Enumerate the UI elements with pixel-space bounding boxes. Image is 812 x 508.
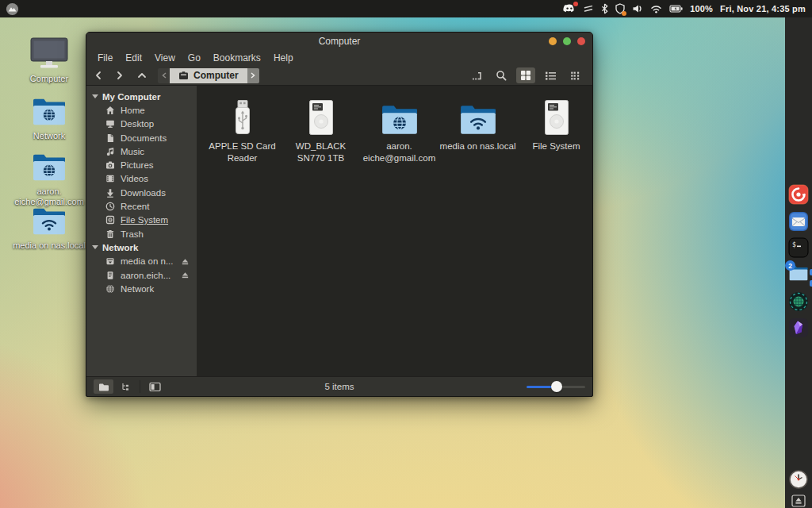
terminal-app-icon[interactable]: $ — [788, 237, 809, 258]
dock: $ 2 — [785, 17, 812, 508]
applications-menu-button[interactable] — [6, 2, 19, 16]
layers-tray-icon[interactable] — [583, 4, 594, 13]
download-arrow-icon — [105, 188, 115, 198]
hard-drive-icon — [542, 98, 571, 137]
sidebar-item-documents[interactable]: Documents — [86, 131, 197, 144]
shield-tray-icon[interactable] — [615, 3, 625, 14]
hard-drive-icon — [307, 98, 335, 137]
icon-view-button[interactable] — [516, 67, 535, 83]
sphere-app-icon[interactable] — [788, 291, 809, 312]
toolbar: Computer — [86, 66, 592, 86]
menu-go[interactable]: Go — [182, 50, 207, 66]
file-view[interactable]: APPLE SD Card Reader WD_BLACK SN770 1TB … — [197, 86, 592, 376]
file-item-gmail-folder[interactable]: aaron. eiche@gmail.com — [360, 95, 439, 164]
titlebar[interactable]: Computer — [86, 33, 592, 50]
sidebar-item-media-on-nas[interactable]: media on n... — [86, 255, 197, 268]
file-manager-dock-icon[interactable]: 2 — [788, 264, 809, 285]
desktop-icon-label: aaron. eiche@gmail.com — [14, 187, 84, 207]
zoom-slider[interactable] — [527, 381, 585, 392]
window-count-badge: 2 — [785, 260, 795, 271]
panel-clock[interactable]: Fri, Nov 21, 4:35 pm — [720, 4, 806, 13]
sidebar-item-gmail-account[interactable]: aaron.eich... — [86, 268, 197, 282]
desktop-icon — [105, 119, 115, 129]
menu-bookmarks[interactable]: Bookmarks — [207, 50, 267, 66]
sidebar-item-videos[interactable]: Videos — [86, 172, 197, 186]
sidebar: My Computer Home Desktop Documents Music… — [86, 86, 197, 376]
compact-view-button[interactable] — [565, 67, 584, 83]
sidebar-section-my-computer[interactable]: My Computer — [86, 90, 197, 103]
sidebar-item-pictures[interactable]: Pictures — [86, 158, 197, 171]
window-title: Computer — [319, 36, 361, 47]
sidebar-item-recent[interactable]: Recent — [86, 199, 197, 213]
document-icon — [105, 133, 115, 143]
sidebar-item-trash[interactable]: Trash — [86, 227, 197, 241]
up-button[interactable] — [137, 71, 147, 80]
obsidian-app-icon[interactable] — [788, 318, 809, 338]
discord-notification-dot — [573, 2, 578, 6]
desktop-icon-nas-folder[interactable]: media on nas.local — [11, 206, 87, 251]
file-item-wd-black[interactable]: WD_BLACK SN770 1TB — [282, 95, 360, 164]
list-view-button[interactable] — [541, 67, 560, 83]
menu-view[interactable]: View — [148, 50, 182, 66]
sidebar-item-file-system[interactable]: File System — [86, 214, 197, 227]
desktop-icon-network[interactable]: Network — [11, 97, 87, 141]
desktop-icon-computer[interactable]: Computer — [11, 37, 87, 84]
maximize-button[interactable] — [563, 37, 571, 45]
discord-tray-icon[interactable] — [563, 4, 576, 13]
menu-help[interactable]: Help — [267, 50, 300, 66]
desktop-icon-label: Network — [33, 131, 65, 141]
desktop-icon-label: media on nas.local — [13, 241, 86, 251]
folder-icon — [98, 383, 109, 391]
breadcrumb-next-button[interactable] — [247, 68, 259, 83]
menu-edit[interactable]: Edit — [119, 50, 148, 66]
folder-view-toggle-button[interactable] — [94, 379, 113, 394]
clock-icon — [105, 202, 115, 211]
minimize-button[interactable] — [549, 37, 557, 45]
menu-file[interactable]: File — [91, 50, 119, 66]
folder-wifi-icon — [458, 103, 498, 137]
sidebar-section-network[interactable]: Network — [86, 241, 197, 254]
file-item-file-system[interactable]: File System — [517, 95, 596, 164]
battery-tray-icon[interactable] — [669, 5, 683, 13]
top-panel: 100% Fri, Nov 21, 4:35 pm — [0, 0, 812, 17]
file-item-apple-sd-card-reader[interactable]: APPLE SD Card Reader — [203, 95, 282, 164]
zoom-slider-knob[interactable] — [551, 381, 562, 392]
open-location-button[interactable] — [467, 67, 486, 83]
breadcrumb: Computer — [158, 68, 259, 83]
search-button[interactable] — [492, 67, 511, 83]
music-note-icon — [105, 147, 115, 156]
eject-icon[interactable] — [181, 271, 190, 279]
sidebar-toggle-button[interactable] — [149, 382, 161, 392]
file-item-media-on-nas[interactable]: media on nas.local — [439, 95, 517, 164]
bluetooth-tray-icon[interactable] — [601, 3, 608, 14]
close-button[interactable] — [577, 37, 585, 45]
expander-caret-icon[interactable] — [92, 94, 98, 98]
forward-button[interactable] — [116, 71, 124, 80]
sidebar-item-music[interactable]: Music — [86, 144, 197, 158]
sidebar-item-desktop[interactable]: Desktop — [86, 117, 197, 131]
server-icon — [105, 271, 115, 280]
folder-globe-icon — [31, 152, 67, 183]
battery-percent: 100% — [690, 4, 713, 13]
back-button[interactable] — [94, 71, 102, 80]
eject-icon[interactable] — [181, 257, 190, 266]
statusbar-separator — [140, 380, 140, 393]
sidebar-item-downloads[interactable]: Downloads — [86, 186, 197, 199]
sidebar-item-home[interactable]: Home — [86, 103, 197, 117]
sidebar-item-network[interactable]: Network — [86, 282, 197, 295]
remote-drive-icon — [105, 256, 115, 266]
clock-widget[interactable] — [788, 469, 809, 490]
desktop-icon-gmail-folder[interactable]: aaron. eiche@gmail.com — [11, 152, 87, 207]
expander-caret-icon[interactable] — [92, 245, 98, 249]
eject-applet-icon[interactable] — [791, 495, 806, 507]
home-icon — [105, 106, 115, 115]
tree-view-button[interactable] — [121, 382, 131, 392]
wifi-tray-icon[interactable] — [650, 5, 662, 13]
podcast-app-icon[interactable] — [788, 184, 809, 205]
mail-app-icon[interactable] — [788, 211, 809, 232]
volume-tray-icon[interactable] — [632, 4, 643, 13]
statusbar: 5 items — [86, 376, 592, 396]
breadcrumb-prev-button[interactable] — [158, 68, 170, 83]
globe-icon — [105, 284, 115, 294]
breadcrumb-computer-button[interactable]: Computer — [170, 68, 247, 83]
